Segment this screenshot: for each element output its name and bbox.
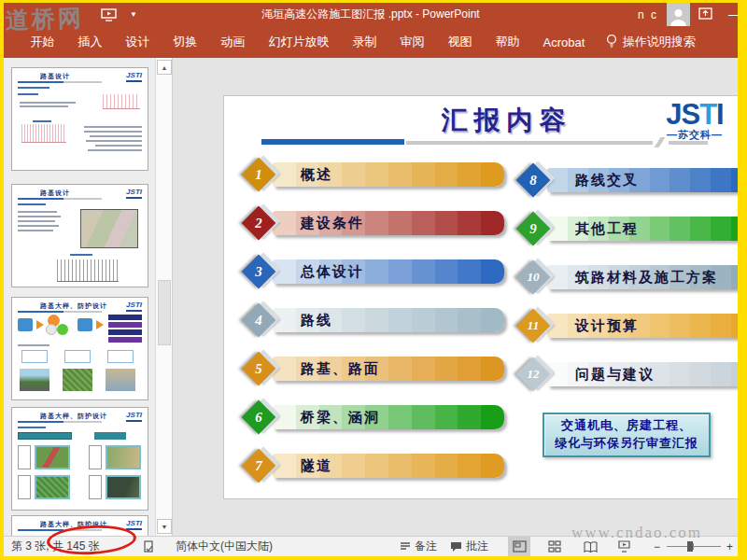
ribbon-tab[interactable]: 设计: [114, 26, 162, 58]
ribbon-tab[interactable]: 切换: [162, 26, 209, 58]
normal-view-button[interactable]: [508, 537, 530, 556]
toc-item[interactable]: 桥梁、涵洞6: [235, 404, 508, 430]
toc-item[interactable]: 路线4: [235, 307, 508, 333]
scroll-down-icon[interactable]: ▼: [157, 519, 172, 534]
notes-button[interactable]: 备注: [400, 537, 437, 556]
slide-thumbnail[interactable]: 路基大样、防护设计 JSTI: [11, 515, 148, 536]
zoom-out-button[interactable]: −: [654, 537, 660, 556]
zoom-in-button[interactable]: +: [726, 537, 733, 556]
toc-item[interactable]: 隧道7: [235, 453, 508, 479]
toc-item[interactable]: 问题与建议12: [510, 361, 738, 387]
ribbon-tab[interactable]: 动画: [209, 26, 257, 58]
thumb-textline: [18, 230, 53, 231]
thumb-textbox: [89, 475, 102, 499]
slide-sorter-view-button[interactable]: [543, 537, 566, 556]
jsti-mini-logo: JSTI: [126, 301, 142, 312]
thumb-map-image: [80, 209, 138, 248]
jsti-mini-logo: JSTI: [126, 71, 142, 82]
thumb-listrow: [108, 329, 142, 335]
thumb-textline: [84, 131, 142, 133]
item-number: 3: [247, 259, 271, 284]
thumb-photo: [63, 369, 92, 391]
note-line1: 交通机电、房建工程、: [544, 417, 709, 435]
titlebar: ▼ 渑垣高速公路施工图汇报 .pptx - PowerPoint n c —: [4, 3, 738, 26]
thumb-textline: [90, 135, 142, 137]
thumb-textline: [18, 220, 55, 222]
item-label: 总体设计: [301, 259, 364, 284]
search-label: 操作说明搜索: [623, 34, 696, 50]
slide-title: 汇报内容: [392, 103, 621, 138]
ribbon-tab[interactable]: 视图: [436, 26, 484, 58]
slide-counter[interactable]: 第 3 张, 共 145 张: [11, 537, 100, 556]
start-slideshow-icon[interactable]: [101, 8, 117, 21]
thumb-title: 路基大样、防护设计: [40, 301, 107, 311]
slide-canvas: 汇报内容 JSTI —苏交科— 概述1建设条件2总体设计3路线4路基、路面5桥梁…: [173, 58, 738, 536]
user-avatar[interactable]: [667, 3, 690, 26]
item-number-diamond: 9: [516, 212, 551, 246]
slide-thumbnail[interactable]: 路基设计 JSTI: [11, 67, 148, 171]
thumb-diagram: [103, 94, 140, 109]
ribbon-display-options-icon[interactable]: [698, 7, 712, 23]
item-bar: 概述: [273, 162, 504, 187]
toc-item[interactable]: 筑路材料及施工方案10: [510, 264, 738, 290]
item-label: 建设条件: [301, 211, 364, 235]
ribbon-tab[interactable]: 帮助: [484, 26, 531, 58]
window-title: 渑垣高速公路施工图汇报 .pptx - PowerPoint: [116, 3, 626, 26]
thumb-textline: [70, 254, 92, 256]
toc-item[interactable]: 路线交叉8: [510, 167, 738, 193]
thumb-textline: [20, 105, 68, 107]
zoom-handle[interactable]: [687, 541, 693, 552]
item-bar: 设计预算: [547, 314, 738, 338]
thumbnail-scrollbar[interactable]: ▲ ▼: [155, 58, 173, 536]
title-underline-gray: [406, 141, 653, 145]
ribbon-tab[interactable]: 插入: [66, 26, 114, 58]
comments-label: 批注: [466, 539, 488, 554]
scrollbar-thumb[interactable]: [158, 280, 171, 345]
item-label: 桥梁、涵洞: [301, 405, 380, 429]
thumb-textbox: [18, 475, 31, 499]
toc-item[interactable]: 路基、路面5: [235, 356, 508, 382]
scroll-up-icon[interactable]: ▲: [157, 60, 172, 75]
item-number: 5: [247, 357, 271, 381]
ribbon-tab[interactable]: 录制: [341, 26, 388, 58]
slideshow-view-button[interactable]: [613, 537, 635, 556]
slide-thumbnail[interactable]: 路基大样、防护设计 JSTI: [11, 407, 148, 511]
toc-item[interactable]: 总体设计3: [235, 259, 508, 285]
ribbon-tab[interactable]: 幻灯片放映: [257, 26, 341, 58]
item-bar: 路线: [273, 308, 504, 332]
proofing-icon[interactable]: [144, 537, 154, 556]
reading-view-button[interactable]: [579, 537, 601, 556]
item-bar: 其他工程: [547, 217, 738, 241]
zoom-slider[interactable]: [667, 537, 721, 556]
item-number-diamond: 11: [516, 309, 551, 343]
item-number-diamond: 8: [516, 163, 551, 198]
tell-me-search[interactable]: 操作说明搜索: [606, 34, 696, 51]
ribbon-tab[interactable]: 审阅: [388, 26, 436, 58]
user-initials[interactable]: n c: [638, 8, 658, 21]
thumb-callout: [64, 350, 91, 363]
toc-item[interactable]: 概述1: [235, 161, 508, 188]
note-box[interactable]: 交通机电、房建工程、 绿化与环保另行审查汇报: [543, 413, 711, 457]
item-number: 4: [247, 308, 271, 332]
ribbon-tab[interactable]: Acrobat: [531, 26, 597, 58]
thumb-arrow: [36, 320, 44, 329]
toc-item[interactable]: 建设条件2: [235, 210, 508, 236]
item-number: 12: [521, 362, 545, 386]
toc-item[interactable]: 其他工程9: [510, 216, 738, 242]
item-bar: 路基、路面: [273, 357, 504, 381]
toc-item[interactable]: 设计预算11: [510, 313, 738, 339]
thumb-listrow: [108, 322, 142, 328]
minimize-button[interactable]: —: [728, 7, 738, 21]
ribbon-tab[interactable]: 开始: [19, 26, 66, 58]
thumb-textline: [84, 126, 142, 128]
slide-thumbnail[interactable]: 路基设计 JSTI: [11, 184, 148, 287]
toc-col-right: 路线交叉8其他工程9筑路材料及施工方案10设计预算11问题与建议12: [510, 167, 738, 410]
item-number: 7: [247, 454, 271, 478]
workspace: 路基设计 JSTI: [4, 58, 738, 536]
slide-thumbnail[interactable]: 路基大样、防护设计 JSTI: [11, 297, 148, 400]
thumb-textline: [18, 344, 49, 346]
current-slide[interactable]: 汇报内容 JSTI —苏交科— 概述1建设条件2总体设计3路线4路基、路面5桥梁…: [224, 96, 738, 498]
comments-button[interactable]: 批注: [450, 537, 488, 556]
language-indicator[interactable]: 简体中文(中国大陆): [176, 537, 273, 556]
logo-t: T: [699, 98, 716, 131]
